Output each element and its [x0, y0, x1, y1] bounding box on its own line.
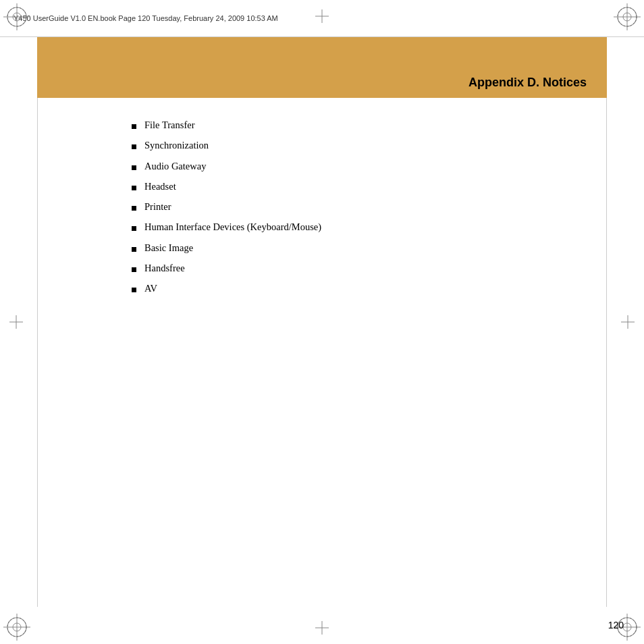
bullet-icon	[132, 288, 136, 292]
reg-mark-bottom-left	[3, 614, 30, 641]
cross-mark-bottom	[315, 621, 329, 635]
list-item: File Transfer	[132, 118, 607, 132]
bullet-icon	[132, 144, 136, 149]
page-title: Appendix D. Notices	[468, 76, 587, 90]
reg-mark-top-right	[614, 3, 641, 30]
bullet-icon	[132, 186, 136, 190]
list-item-text: Headset	[144, 180, 176, 193]
list-item-text: Handsfree	[144, 261, 185, 275]
bullet-icon	[132, 206, 136, 211]
list-item: AV	[132, 281, 607, 295]
list-item: Handsfree	[132, 261, 607, 275]
bullet-icon	[132, 267, 136, 272]
list-item: Printer	[132, 200, 607, 213]
cross-mark-left	[9, 315, 23, 329]
list-item-text: Audio Gateway	[144, 159, 206, 173]
bullet-icon	[132, 124, 136, 129]
list-item: Basic Image	[132, 241, 607, 254]
list-item: Synchronization	[132, 138, 607, 152]
list-item-text: Synchronization	[144, 138, 209, 152]
bullet-icon	[132, 165, 136, 170]
cross-mark-top	[315, 9, 329, 23]
page-number: 120	[608, 620, 624, 630]
list-item-text: File Transfer	[144, 118, 195, 132]
list-item: Audio Gateway	[132, 159, 607, 173]
bullet-icon	[132, 226, 136, 231]
list-item: Human Interface Devices (Keyboard/Mouse)	[132, 220, 607, 234]
feature-list: File Transfer Synchronization Audio Gate…	[132, 118, 607, 296]
reg-mark-top-left	[3, 3, 30, 30]
list-item-text: Printer	[144, 200, 171, 213]
cross-mark-right	[621, 315, 635, 329]
list-item: Headset	[132, 180, 607, 193]
list-item-text: AV	[144, 281, 157, 295]
header-title-container: Appendix D. Notices	[37, 37, 607, 98]
main-content: File Transfer Synchronization Audio Gate…	[37, 98, 607, 607]
list-item-text: Human Interface Devices (Keyboard/Mouse)	[144, 220, 321, 234]
list-item-text: Basic Image	[144, 241, 193, 254]
bullet-icon	[132, 247, 136, 252]
print-info: Y450 UserGuide V1.0 EN.book Page 120 Tue…	[14, 14, 278, 22]
